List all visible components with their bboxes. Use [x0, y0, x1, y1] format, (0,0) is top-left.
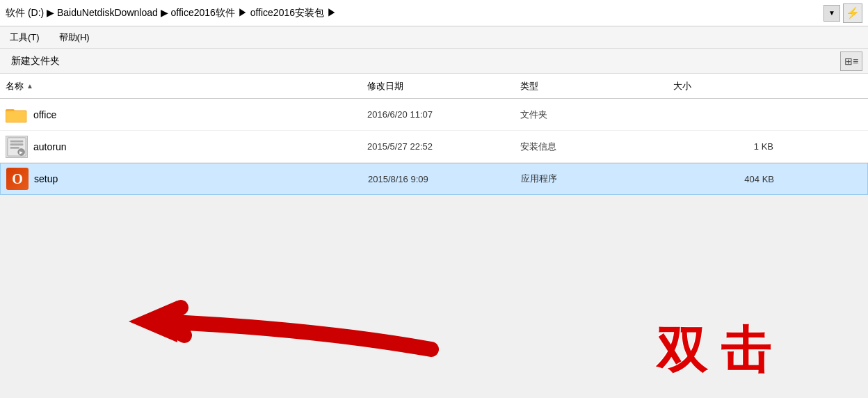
svg-rect-2: [6, 111, 26, 122]
refresh-button[interactable]: ⚡: [843, 3, 862, 23]
file-name-cell: office: [33, 109, 367, 120]
column-headers: 名称 ▲ 修改日期 类型 大小: [0, 74, 868, 99]
table-row[interactable]: O setup 2015/8/16 9:09 应用程序 404 KB: [0, 163, 868, 195]
file-date-cell: 2015/5/27 22:52: [367, 141, 520, 152]
file-list: office 2016/6/20 11:07 文件夹 ▶ autorun 201: [0, 99, 868, 195]
office-setup-icon: O: [6, 168, 29, 190]
menu-help[interactable]: 帮助(H): [55, 29, 94, 47]
view-toggle-button[interactable]: ⊞≡: [840, 51, 862, 71]
file-name-cell: setup: [34, 173, 368, 184]
table-row[interactable]: ▶ autorun 2015/5/27 22:52 安装信息 1 KB: [0, 131, 868, 163]
address-bar: 软件 (D:) ▶ BaiduNetdiskDownload ▶ office2…: [0, 0, 868, 26]
file-name-cell: autorun: [33, 141, 367, 152]
autorun-icon: ▶: [6, 136, 28, 158]
file-type-cell: 文件夹: [520, 109, 673, 121]
new-folder-button[interactable]: 新建文件夹: [6, 52, 65, 70]
svg-rect-6: [10, 147, 19, 149]
file-type-cell: 应用程序: [521, 173, 674, 185]
svg-rect-4: [10, 140, 24, 142]
address-path: 软件 (D:) ▶ BaiduNetdiskDownload ▶ office2…: [6, 7, 821, 19]
col-header-name[interactable]: 名称 ▲: [6, 80, 367, 93]
address-dropdown-button[interactable]: ▼: [823, 5, 840, 22]
svg-text:▶: ▶: [19, 150, 23, 154]
folder-icon: [6, 105, 28, 125]
double-click-annotation: 双 击: [657, 317, 771, 384]
file-icon-cell: [6, 104, 28, 126]
file-icon-cell: O: [6, 168, 29, 190]
annotation-overlay: 双 击: [0, 259, 868, 398]
file-size-cell: 1 KB: [673, 141, 785, 152]
file-date-cell: 2016/6/20 11:07: [367, 109, 520, 120]
file-size-cell: 404 KB: [674, 174, 785, 184]
svg-marker-10: [129, 301, 177, 342]
menu-bar: 工具(T) 帮助(H): [0, 26, 868, 49]
col-header-date[interactable]: 修改日期: [367, 80, 520, 93]
col-header-type[interactable]: 类型: [520, 80, 673, 93]
file-date-cell: 2015/8/16 9:09: [368, 174, 521, 184]
file-icon-cell: ▶: [6, 136, 28, 158]
table-row[interactable]: office 2016/6/20 11:07 文件夹: [0, 99, 868, 131]
menu-tools[interactable]: 工具(T): [6, 29, 44, 47]
svg-rect-5: [10, 143, 24, 145]
toolbar: 新建文件夹 ⊞≡: [0, 49, 868, 74]
sort-arrow-icon: ▲: [26, 82, 33, 90]
file-type-cell: 安装信息: [520, 141, 673, 153]
col-header-size[interactable]: 大小: [673, 80, 785, 93]
